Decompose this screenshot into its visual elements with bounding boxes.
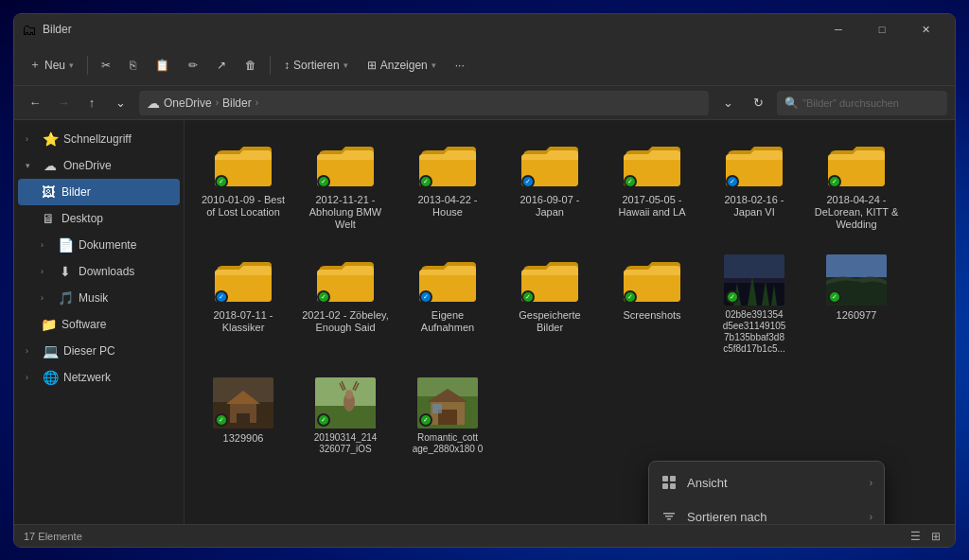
sortieren-icon <box>661 508 678 524</box>
back-button[interactable]: ← <box>22 90 48 116</box>
ctx-sortieren[interactable]: Sortieren nach › <box>649 499 884 524</box>
recent-button[interactable]: ⌄ <box>107 90 133 116</box>
folder-item[interactable]: 2018-07-11 - Klassiker <box>196 247 291 362</box>
sync-indicator <box>317 290 330 304</box>
image-thumbnail <box>826 254 887 306</box>
expand-downloads: › <box>41 267 52 276</box>
svg-rect-21 <box>662 483 668 489</box>
close-button[interactable]: ✕ <box>904 14 947 44</box>
sidebar-musik[interactable]: › 🎵 Musik <box>18 285 180 311</box>
titlebar-controls: ─ □ ✕ <box>817 14 947 44</box>
sync-indicator <box>521 290 535 304</box>
folder-item[interactable]: 2021-02 - Zöbeley, Enough Said <box>298 247 393 362</box>
sync-indicator <box>726 175 739 188</box>
delete-icon: 🗑 <box>245 59 256 72</box>
sidebar-downloads[interactable]: › ⬇ Downloads <box>18 258 180 285</box>
statusbar: 17 Elemente ☰ ⊞ <box>14 524 955 547</box>
sync-indicator <box>624 175 637 188</box>
sync-indicator <box>828 290 841 304</box>
folder-item[interactable]: 2018-02-16 - Japan VI <box>707 131 802 239</box>
folder-item[interactable]: 2017-05-05 - Hawaii and LA <box>605 131 699 239</box>
image-item[interactable]: 1260977 <box>809 247 904 362</box>
search-box[interactable]: 🔍 "Bilder" durchsuchen <box>777 91 947 115</box>
new-button[interactable]: ＋ Neu ▾ <box>22 50 81 80</box>
addressbar: ← → ↑ ⌄ ☁ OneDrive › Bilder › ⌄ ↻ 🔍 "Bil… <box>14 86 955 120</box>
forward-button[interactable]: → <box>50 90 77 116</box>
image-thumbnail <box>213 377 273 429</box>
image-item[interactable]: 20190314_214 326077_iOS <box>298 370 393 463</box>
paste-button[interactable]: 📋 <box>148 50 177 80</box>
delete-button[interactable]: 🗑 <box>238 50 264 80</box>
svg-rect-18 <box>432 404 442 413</box>
sync-indicator <box>215 413 228 427</box>
window-title: Bilder <box>43 23 817 36</box>
share-button[interactable]: ↗ <box>209 50 234 80</box>
grid-view-button[interactable]: ⊞ <box>926 527 945 546</box>
breadcrumb-sep-2: › <box>255 97 258 108</box>
addr-right: ⌄ ↻ <box>714 90 771 116</box>
sync-indicator <box>726 290 739 304</box>
folder-item[interactable]: 2010-01-09 - Best of Lost Location <box>196 131 291 239</box>
refresh-button[interactable]: ↻ <box>745 90 771 116</box>
svg-rect-20 <box>670 476 676 481</box>
sync-indicator <box>624 290 637 304</box>
maximize-button[interactable]: □ <box>860 14 904 44</box>
more-button[interactable]: ··· <box>448 50 472 80</box>
ansicht-arrow: › <box>870 478 872 488</box>
view-controls: ☰ ⊞ <box>906 527 945 546</box>
cloud-icon: ☁ <box>43 158 58 173</box>
folder-icon <box>213 254 273 306</box>
folder-icon <box>520 139 580 190</box>
folder-item[interactable]: Eigene Aufnahmen <box>400 247 495 362</box>
paste-icon: 📋 <box>155 59 169 72</box>
folder-icon <box>417 254 478 306</box>
titlebar: 🗂 Bilder ─ □ ✕ <box>14 14 955 44</box>
sync-indicator <box>828 175 841 188</box>
window-icon: 🗂 <box>22 22 37 37</box>
folder-item[interactable]: 2016-09-07 - Japan <box>502 131 597 239</box>
sidebar-bilder[interactable]: 🖼 Bilder <box>18 179 180 205</box>
breadcrumb-bilder[interactable]: Bilder <box>222 96 252 110</box>
sidebar-desktop[interactable]: 🖥 Desktop <box>18 205 180 232</box>
folder-item[interactable]: 2013-04-22 - House <box>400 131 495 239</box>
list-view-button[interactable]: ☰ <box>906 527 925 546</box>
sidebar-dieser-pc[interactable]: › 💻 Dieser PC <box>18 338 180 364</box>
sidebar-quick-access[interactable]: › ⭐ Schnellzugriff <box>18 126 180 152</box>
folder-item[interactable]: Gespeicherte Bilder <box>502 247 597 362</box>
folder-icon <box>315 139 376 190</box>
folder-icon <box>417 139 478 190</box>
ctx-ansicht[interactable]: Ansicht › <box>649 465 884 499</box>
image-thumbnail <box>724 254 784 306</box>
folder-item[interactable]: 2018-04-24 - DeLorean, KITT & Wedding <box>809 131 904 239</box>
folder-item[interactable]: Screenshots <box>605 247 699 362</box>
sync-indicator <box>215 175 228 188</box>
ansicht-icon <box>661 474 678 491</box>
folder-item[interactable]: 2012-11-21 - Abholung BMW Welt <box>298 131 393 239</box>
sidebar-netzwerk[interactable]: › 🌐 Netzwerk <box>18 364 180 391</box>
dropdown-button[interactable]: ⌄ <box>714 90 741 116</box>
image-item[interactable]: 1329906 <box>196 370 291 463</box>
sort-button[interactable]: ↕ Sortieren ▾ <box>276 50 356 80</box>
minimize-button[interactable]: ─ <box>817 14 860 44</box>
breadcrumb-sep-1: › <box>216 97 219 108</box>
view-button[interactable]: ⊞ Anzeigen ▾ <box>360 50 444 80</box>
cut-button[interactable]: ✂ <box>94 50 118 80</box>
toolbar-sep-1 <box>87 56 88 75</box>
sync-indicator <box>521 175 535 188</box>
svg-rect-19 <box>662 476 668 481</box>
sidebar-onedrive[interactable]: ▾ ☁ OneDrive <box>18 152 180 179</box>
image-item[interactable]: Romantic_cott age_2880x180 0 <box>400 370 495 463</box>
view-dropdown-icon: ▾ <box>432 61 436 70</box>
sidebar-dokumente[interactable]: › 📄 Dokumente <box>18 232 180 258</box>
star-icon: ⭐ <box>43 131 58 147</box>
image-item[interactable]: 02b8e391354 d5ee31149105 7b135bbaf3d8 c5… <box>707 247 802 362</box>
sidebar-software[interactable]: 📁 Software <box>18 311 180 338</box>
expand-icon: › <box>26 134 37 144</box>
rename-button[interactable]: ✏ <box>181 50 205 80</box>
breadcrumb-bar[interactable]: ☁ OneDrive › Bilder › <box>139 91 709 115</box>
breadcrumb-onedrive[interactable]: OneDrive <box>164 96 212 110</box>
downloads-icon: ⬇ <box>58 264 73 279</box>
up-button[interactable]: ↑ <box>79 90 105 116</box>
copy-button[interactable]: ⎘ <box>122 50 144 80</box>
folder-icon <box>724 139 784 190</box>
